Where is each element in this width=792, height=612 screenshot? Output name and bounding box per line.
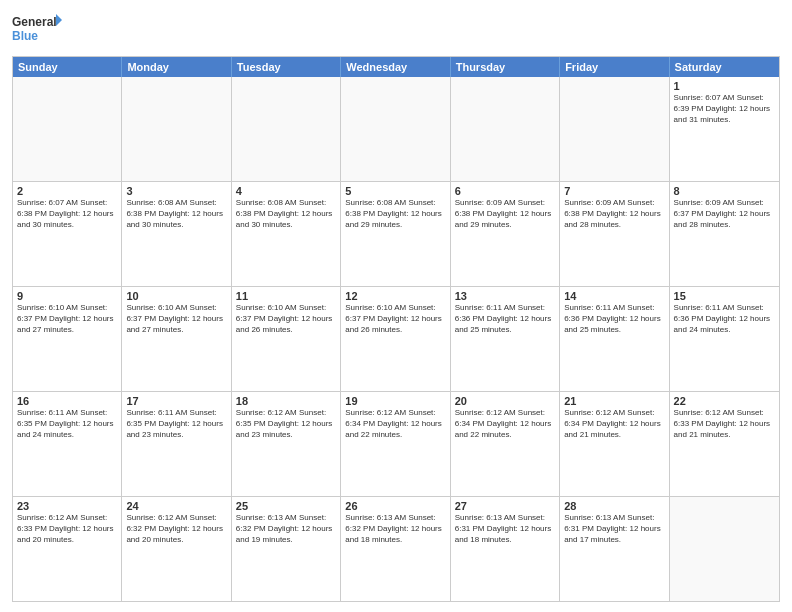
cell-info: Sunrise: 6:13 AM Sunset: 6:31 PM Dayligh… xyxy=(455,513,555,545)
header-tuesday: Tuesday xyxy=(232,57,341,77)
page: General Blue Sunday Monday Tuesday Wedne… xyxy=(0,0,792,612)
calendar-cell: 24Sunrise: 6:12 AM Sunset: 6:32 PM Dayli… xyxy=(122,497,231,601)
calendar-header: Sunday Monday Tuesday Wednesday Thursday… xyxy=(13,57,779,77)
calendar-week-4: 16Sunrise: 6:11 AM Sunset: 6:35 PM Dayli… xyxy=(13,391,779,496)
calendar-cell: 8Sunrise: 6:09 AM Sunset: 6:37 PM Daylig… xyxy=(670,182,779,286)
calendar-week-1: 1Sunrise: 6:07 AM Sunset: 6:39 PM Daylig… xyxy=(13,77,779,181)
cell-info: Sunrise: 6:11 AM Sunset: 6:36 PM Dayligh… xyxy=(564,303,664,335)
calendar-cell xyxy=(232,77,341,181)
cell-info: Sunrise: 6:10 AM Sunset: 6:37 PM Dayligh… xyxy=(126,303,226,335)
calendar: Sunday Monday Tuesday Wednesday Thursday… xyxy=(12,56,780,602)
calendar-cell xyxy=(341,77,450,181)
day-number: 19 xyxy=(345,395,445,407)
calendar-cell: 17Sunrise: 6:11 AM Sunset: 6:35 PM Dayli… xyxy=(122,392,231,496)
day-number: 23 xyxy=(17,500,117,512)
calendar-cell: 7Sunrise: 6:09 AM Sunset: 6:38 PM Daylig… xyxy=(560,182,669,286)
calendar-body: 1Sunrise: 6:07 AM Sunset: 6:39 PM Daylig… xyxy=(13,77,779,601)
calendar-cell: 19Sunrise: 6:12 AM Sunset: 6:34 PM Dayli… xyxy=(341,392,450,496)
cell-info: Sunrise: 6:13 AM Sunset: 6:32 PM Dayligh… xyxy=(345,513,445,545)
cell-info: Sunrise: 6:09 AM Sunset: 6:38 PM Dayligh… xyxy=(564,198,664,230)
day-number: 17 xyxy=(126,395,226,407)
calendar-cell: 23Sunrise: 6:12 AM Sunset: 6:33 PM Dayli… xyxy=(13,497,122,601)
calendar-cell: 13Sunrise: 6:11 AM Sunset: 6:36 PM Dayli… xyxy=(451,287,560,391)
cell-info: Sunrise: 6:08 AM Sunset: 6:38 PM Dayligh… xyxy=(345,198,445,230)
calendar-cell: 12Sunrise: 6:10 AM Sunset: 6:37 PM Dayli… xyxy=(341,287,450,391)
day-number: 21 xyxy=(564,395,664,407)
calendar-week-2: 2Sunrise: 6:07 AM Sunset: 6:38 PM Daylig… xyxy=(13,181,779,286)
calendar-cell: 22Sunrise: 6:12 AM Sunset: 6:33 PM Dayli… xyxy=(670,392,779,496)
calendar-cell: 11Sunrise: 6:10 AM Sunset: 6:37 PM Dayli… xyxy=(232,287,341,391)
calendar-cell xyxy=(560,77,669,181)
day-number: 27 xyxy=(455,500,555,512)
day-number: 1 xyxy=(674,80,775,92)
day-number: 4 xyxy=(236,185,336,197)
calendar-cell xyxy=(670,497,779,601)
calendar-cell xyxy=(122,77,231,181)
cell-info: Sunrise: 6:09 AM Sunset: 6:37 PM Dayligh… xyxy=(674,198,775,230)
cell-info: Sunrise: 6:12 AM Sunset: 6:34 PM Dayligh… xyxy=(455,408,555,440)
day-number: 26 xyxy=(345,500,445,512)
day-number: 16 xyxy=(17,395,117,407)
day-number: 22 xyxy=(674,395,775,407)
header-sunday: Sunday xyxy=(13,57,122,77)
cell-info: Sunrise: 6:12 AM Sunset: 6:33 PM Dayligh… xyxy=(674,408,775,440)
day-number: 8 xyxy=(674,185,775,197)
day-number: 14 xyxy=(564,290,664,302)
cell-info: Sunrise: 6:10 AM Sunset: 6:37 PM Dayligh… xyxy=(17,303,117,335)
svg-text:Blue: Blue xyxy=(12,29,38,43)
day-number: 28 xyxy=(564,500,664,512)
calendar-week-3: 9Sunrise: 6:10 AM Sunset: 6:37 PM Daylig… xyxy=(13,286,779,391)
day-number: 6 xyxy=(455,185,555,197)
cell-info: Sunrise: 6:11 AM Sunset: 6:35 PM Dayligh… xyxy=(126,408,226,440)
day-number: 11 xyxy=(236,290,336,302)
calendar-cell: 26Sunrise: 6:13 AM Sunset: 6:32 PM Dayli… xyxy=(341,497,450,601)
header-thursday: Thursday xyxy=(451,57,560,77)
header: General Blue xyxy=(12,10,780,50)
calendar-cell: 4Sunrise: 6:08 AM Sunset: 6:38 PM Daylig… xyxy=(232,182,341,286)
calendar-cell: 3Sunrise: 6:08 AM Sunset: 6:38 PM Daylig… xyxy=(122,182,231,286)
cell-info: Sunrise: 6:11 AM Sunset: 6:36 PM Dayligh… xyxy=(455,303,555,335)
cell-info: Sunrise: 6:12 AM Sunset: 6:32 PM Dayligh… xyxy=(126,513,226,545)
cell-info: Sunrise: 6:08 AM Sunset: 6:38 PM Dayligh… xyxy=(126,198,226,230)
day-number: 15 xyxy=(674,290,775,302)
day-number: 12 xyxy=(345,290,445,302)
day-number: 9 xyxy=(17,290,117,302)
svg-marker-2 xyxy=(56,14,62,26)
calendar-cell: 15Sunrise: 6:11 AM Sunset: 6:36 PM Dayli… xyxy=(670,287,779,391)
cell-info: Sunrise: 6:11 AM Sunset: 6:35 PM Dayligh… xyxy=(17,408,117,440)
calendar-cell: 16Sunrise: 6:11 AM Sunset: 6:35 PM Dayli… xyxy=(13,392,122,496)
calendar-cell: 21Sunrise: 6:12 AM Sunset: 6:34 PM Dayli… xyxy=(560,392,669,496)
calendar-cell: 5Sunrise: 6:08 AM Sunset: 6:38 PM Daylig… xyxy=(341,182,450,286)
cell-info: Sunrise: 6:07 AM Sunset: 6:38 PM Dayligh… xyxy=(17,198,117,230)
day-number: 5 xyxy=(345,185,445,197)
cell-info: Sunrise: 6:10 AM Sunset: 6:37 PM Dayligh… xyxy=(236,303,336,335)
day-number: 20 xyxy=(455,395,555,407)
calendar-cell: 28Sunrise: 6:13 AM Sunset: 6:31 PM Dayli… xyxy=(560,497,669,601)
calendar-cell: 2Sunrise: 6:07 AM Sunset: 6:38 PM Daylig… xyxy=(13,182,122,286)
cell-info: Sunrise: 6:12 AM Sunset: 6:34 PM Dayligh… xyxy=(345,408,445,440)
day-number: 24 xyxy=(126,500,226,512)
header-friday: Friday xyxy=(560,57,669,77)
day-number: 3 xyxy=(126,185,226,197)
day-number: 18 xyxy=(236,395,336,407)
calendar-cell: 6Sunrise: 6:09 AM Sunset: 6:38 PM Daylig… xyxy=(451,182,560,286)
header-monday: Monday xyxy=(122,57,231,77)
cell-info: Sunrise: 6:09 AM Sunset: 6:38 PM Dayligh… xyxy=(455,198,555,230)
cell-info: Sunrise: 6:12 AM Sunset: 6:35 PM Dayligh… xyxy=(236,408,336,440)
calendar-cell: 20Sunrise: 6:12 AM Sunset: 6:34 PM Dayli… xyxy=(451,392,560,496)
calendar-cell: 25Sunrise: 6:13 AM Sunset: 6:32 PM Dayli… xyxy=(232,497,341,601)
day-number: 10 xyxy=(126,290,226,302)
cell-info: Sunrise: 6:13 AM Sunset: 6:31 PM Dayligh… xyxy=(564,513,664,545)
logo-svg: General Blue xyxy=(12,10,62,50)
cell-info: Sunrise: 6:07 AM Sunset: 6:39 PM Dayligh… xyxy=(674,93,775,125)
calendar-cell: 9Sunrise: 6:10 AM Sunset: 6:37 PM Daylig… xyxy=(13,287,122,391)
cell-info: Sunrise: 6:10 AM Sunset: 6:37 PM Dayligh… xyxy=(345,303,445,335)
calendar-cell: 1Sunrise: 6:07 AM Sunset: 6:39 PM Daylig… xyxy=(670,77,779,181)
cell-info: Sunrise: 6:11 AM Sunset: 6:36 PM Dayligh… xyxy=(674,303,775,335)
cell-info: Sunrise: 6:13 AM Sunset: 6:32 PM Dayligh… xyxy=(236,513,336,545)
header-saturday: Saturday xyxy=(670,57,779,77)
calendar-cell: 14Sunrise: 6:11 AM Sunset: 6:36 PM Dayli… xyxy=(560,287,669,391)
cell-info: Sunrise: 6:12 AM Sunset: 6:33 PM Dayligh… xyxy=(17,513,117,545)
calendar-cell: 18Sunrise: 6:12 AM Sunset: 6:35 PM Dayli… xyxy=(232,392,341,496)
header-wednesday: Wednesday xyxy=(341,57,450,77)
